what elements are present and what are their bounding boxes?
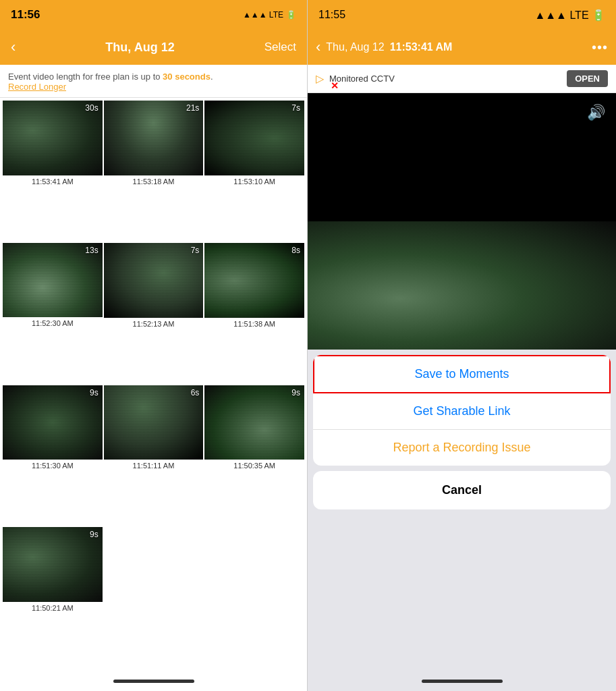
signal-icon: ▲▲▲ LTE	[243, 10, 283, 20]
list-item[interactable]: 30s 11:53:41 AM	[3, 101, 103, 242]
ad-text: Monitored CCTV	[329, 74, 395, 84]
video-time: 11:53:41 AM	[32, 175, 74, 188]
video-thumbnail[interactable]: 9s	[204, 385, 304, 460]
duration-badge: 13s	[85, 246, 98, 255]
duration-badge: 9s	[291, 388, 300, 397]
select-button[interactable]: Select	[264, 40, 296, 54]
video-thumbnail[interactable]: 9s	[3, 385, 103, 460]
right-battery-icon: 🔋	[592, 9, 605, 21]
right-home-indicator	[308, 671, 616, 691]
close-ad-button[interactable]: ✕	[331, 80, 339, 91]
duration-badge: 6s	[191, 388, 200, 397]
right-signal-icon: ▲▲▲ LTE	[534, 9, 588, 21]
video-thumbnail[interactable]: 13s	[3, 243, 103, 318]
list-item[interactable]: 21s 11:53:18 AM	[104, 101, 204, 242]
video-time: 11:53:10 AM	[233, 175, 275, 188]
right-nav-time: 11:53:41 AM	[390, 41, 586, 53]
duration-badge: 7s	[291, 103, 300, 113]
video-grid: 30s 11:53:41 AM 21s 11:53:18 AM 7s 11:53…	[0, 98, 307, 671]
report-issue-button[interactable]: Report a Recording Issue	[313, 430, 611, 466]
video-player[interactable]: 🔊	[308, 93, 616, 350]
battery-icon: 🔋	[286, 10, 296, 20]
left-time: 11:56	[11, 8, 40, 22]
record-longer-link[interactable]: Record Longer	[8, 82, 66, 92]
duration-badge: 7s	[191, 246, 200, 255]
video-thumbnail[interactable]: 7s	[104, 243, 204, 318]
video-thumbnail[interactable]: 8s	[204, 243, 304, 318]
right-nav-date: Thu, Aug 12	[326, 41, 384, 53]
list-item[interactable]: 7s 11:52:13 AM	[104, 243, 204, 384]
left-nav-title: Thu, Aug 12	[105, 40, 174, 55]
action-sheet: Save to Moments Get Sharable Link Report…	[308, 350, 616, 671]
play-icon: ▷	[316, 72, 324, 85]
left-panel: 11:56 ▲▲▲ LTE 🔋 ‹ Thu, Aug 12 Select Eve…	[0, 0, 308, 691]
video-time: 11:51:11 AM	[133, 460, 175, 472]
right-back-button[interactable]: ‹	[316, 38, 320, 56]
more-options-button[interactable]: •••	[592, 40, 608, 55]
get-sharable-link-button[interactable]: Get Sharable Link	[313, 393, 611, 430]
duration-badge: 8s	[291, 246, 300, 255]
video-thumbnail[interactable]: 7s	[204, 101, 304, 175]
duration-badge: 9s	[90, 530, 99, 539]
action-group-main: Save to Moments Get Sharable Link Report…	[313, 355, 611, 466]
list-item[interactable]: 9s 11:50:35 AM	[204, 385, 304, 526]
duration-highlight: 30 seconds	[163, 72, 211, 82]
home-indicator	[0, 671, 307, 691]
left-status-icons: ▲▲▲ LTE 🔋	[243, 10, 296, 20]
save-to-moments-button[interactable]: Save to Moments	[313, 355, 611, 393]
video-thumbnail[interactable]: 9s	[3, 527, 103, 602]
speaker-icon[interactable]: 🔊	[587, 104, 605, 121]
video-thumbnail[interactable]: 6s	[104, 385, 204, 460]
video-thumbnail[interactable]: 30s	[3, 101, 103, 175]
video-time: 11:53:18 AM	[133, 175, 175, 188]
right-panel: 11:55 ▲▲▲ LTE 🔋 ‹ Thu, Aug 12 11:53:41 A…	[308, 0, 616, 691]
info-text: Event video length for free plan is up t…	[8, 72, 213, 82]
left-nav-bar: ‹ Thu, Aug 12 Select	[0, 30, 307, 65]
video-time: 11:52:30 AM	[32, 317, 74, 329]
video-time: 11:51:38 AM	[233, 318, 275, 330]
right-nav-bar: ‹ Thu, Aug 12 11:53:41 AM •••	[308, 30, 616, 65]
right-home-bar	[422, 680, 503, 683]
list-item[interactable]: 13s 11:52:30 AM	[3, 243, 103, 384]
right-status-icons: ▲▲▲ LTE 🔋	[534, 9, 605, 22]
cancel-button[interactable]: Cancel	[313, 471, 611, 509]
right-time: 11:55	[318, 9, 345, 21]
list-item[interactable]: 9s 11:50:21 AM	[3, 527, 103, 668]
list-item[interactable]: 8s 11:51:38 AM	[204, 243, 304, 384]
left-status-bar: 11:56 ▲▲▲ LTE 🔋	[0, 0, 307, 30]
duration-badge: 30s	[85, 103, 98, 113]
video-time: 11:52:13 AM	[133, 318, 175, 330]
video-thumbnail[interactable]: 21s	[104, 101, 204, 175]
video-top-black	[308, 93, 616, 221]
video-time: 11:50:21 AM	[32, 602, 74, 614]
list-item[interactable]: 9s 11:51:30 AM	[3, 385, 103, 526]
list-item[interactable]: 7s 11:53:10 AM	[204, 101, 304, 242]
ad-banner-left: ▷ Monitored CCTV	[316, 72, 395, 85]
right-status-bar: 11:55 ▲▲▲ LTE 🔋	[308, 0, 616, 30]
ad-banner: ▷ Monitored CCTV OPEN ✕	[308, 65, 616, 93]
left-back-button[interactable]: ‹	[11, 38, 16, 56]
video-time: 11:51:30 AM	[32, 460, 74, 472]
video-bottom-cctv	[308, 221, 616, 350]
cancel-group: Cancel	[313, 471, 611, 509]
list-item[interactable]: 6s 11:51:11 AM	[104, 385, 204, 526]
video-time: 11:50:35 AM	[233, 460, 275, 472]
home-bar	[113, 680, 194, 683]
open-ad-button[interactable]: OPEN	[567, 70, 608, 87]
duration-badge: 9s	[90, 388, 99, 397]
info-bar: Event video length for free plan is up t…	[0, 65, 307, 98]
duration-badge: 21s	[186, 103, 199, 113]
